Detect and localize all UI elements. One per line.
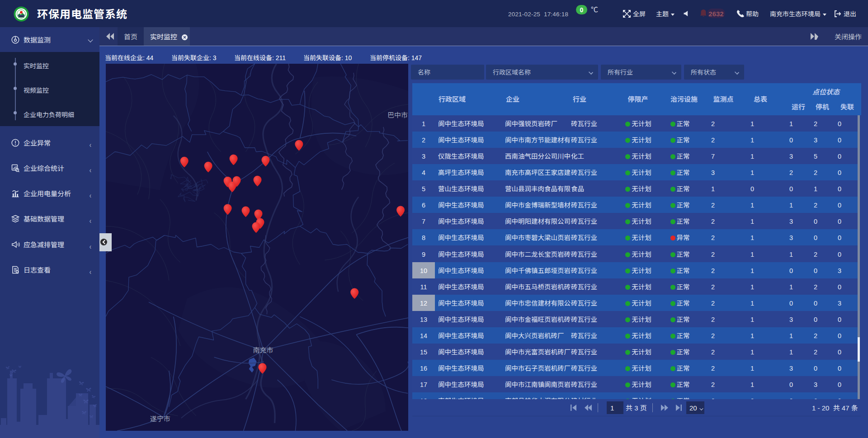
svg-text:巴中市: 巴中市 [387, 110, 408, 119]
svg-text:南充市: 南充市 [253, 345, 274, 354]
svg-text:遂宁市: 遂宁市 [150, 414, 170, 423]
